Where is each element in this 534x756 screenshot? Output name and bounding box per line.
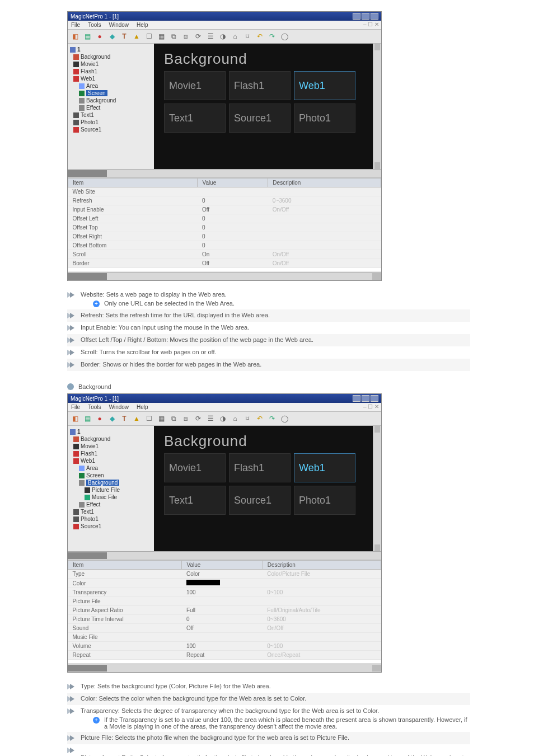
tool-icon[interactable]: ◧ — [70, 414, 80, 424]
maximize-icon[interactable] — [362, 13, 369, 20]
prop-value[interactable]: 0 — [198, 241, 268, 250]
prop-value[interactable]: On — [198, 250, 268, 259]
menu-help[interactable]: Help — [137, 404, 148, 410]
tree-item[interactable]: Screen — [69, 90, 153, 97]
table-row[interactable]: Volume1000~100 — [68, 642, 381, 651]
tool-icon[interactable]: ● — [95, 414, 105, 424]
scrollbar-vertical[interactable] — [373, 44, 381, 169]
tree-item[interactable]: Area — [69, 82, 153, 90]
tool-icon[interactable]: ◯ — [279, 31, 289, 41]
tool-icon[interactable]: ☰ — [205, 31, 216, 41]
prop-value[interactable]: 0 — [198, 232, 268, 241]
scrollbar-vertical[interactable] — [373, 426, 381, 551]
table-row[interactable]: BorderOffOn/Off — [68, 259, 381, 268]
table-row[interactable]: Input EnableOffOn/Off — [68, 205, 381, 214]
prop-value[interactable]: Color — [182, 570, 263, 579]
menu-window[interactable]: Window — [109, 22, 129, 28]
layout-cell[interactable]: Movie1 — [164, 453, 226, 482]
menu-tools[interactable]: Tools — [88, 404, 101, 410]
tree-item[interactable]: Photo1 — [69, 515, 153, 523]
tool-icon[interactable]: ▦ — [156, 31, 166, 41]
prop-value[interactable] — [198, 187, 268, 196]
layout-cell[interactable]: Photo1 — [294, 486, 355, 515]
tree-item[interactable]: Movie1 — [69, 443, 153, 450]
scrollbar-horizontal[interactable] — [68, 551, 381, 560]
tool-icon[interactable]: ⧉ — [168, 31, 179, 41]
tree-item[interactable]: Effect — [69, 104, 153, 111]
layout-cell[interactable]: Flash1 — [229, 453, 291, 482]
tree-item[interactable]: Text1 — [69, 111, 153, 119]
layout-cell[interactable]: Source1 — [229, 104, 291, 133]
tool-icon[interactable]: ▤ — [82, 414, 92, 424]
tree-item[interactable]: Background — [69, 479, 153, 486]
tree-item[interactable]: Music File — [69, 494, 153, 501]
maximize-icon[interactable] — [362, 395, 369, 402]
minimize-icon[interactable] — [353, 395, 360, 402]
prop-value[interactable] — [182, 579, 263, 588]
prop-value[interactable]: Off — [182, 624, 263, 633]
tool-icon[interactable]: ⌂ — [230, 31, 240, 41]
tool-icon[interactable]: ↶ — [255, 414, 265, 424]
table-row[interactable]: RepeatRepeatOnce/Repeat — [68, 651, 381, 660]
table-row[interactable]: Transparency1000~100 — [68, 588, 381, 597]
layout-cell[interactable]: Flash1 — [229, 71, 291, 100]
prop-value[interactable]: 0 — [198, 223, 268, 232]
tree-item[interactable]: Area — [69, 464, 153, 472]
prop-value[interactable] — [182, 597, 263, 606]
tool-icon[interactable]: ⌂ — [230, 414, 240, 424]
tool-icon[interactable]: ↶ — [255, 31, 265, 41]
tool-icon[interactable]: ◆ — [107, 31, 117, 41]
tool-icon[interactable]: ↷ — [267, 414, 277, 424]
tool-icon[interactable]: T — [119, 31, 129, 41]
tool-icon[interactable]: ▦ — [156, 414, 166, 424]
tree-item[interactable]: Source1 — [69, 126, 153, 133]
scrollbar-horizontal[interactable] — [68, 169, 381, 177]
tool-icon[interactable]: ⟳ — [193, 31, 203, 41]
tool-icon[interactable]: ⌑ — [242, 31, 252, 41]
tree-item[interactable]: Movie1 — [69, 60, 153, 68]
tree-item[interactable]: Background — [69, 53, 153, 60]
layout-cell[interactable]: Photo1 — [294, 104, 355, 133]
tree-item[interactable]: Background — [69, 97, 153, 104]
tool-icon[interactable]: ☐ — [144, 414, 154, 424]
tool-icon[interactable]: ◑ — [218, 414, 228, 424]
tree-item[interactable]: Web1 — [69, 75, 153, 82]
table-row[interactable]: Picture Aspect RatioFullFull/Original/Au… — [68, 606, 381, 615]
close-icon[interactable] — [371, 13, 378, 20]
tree-item[interactable]: Effect — [69, 501, 153, 508]
menu-file[interactable]: File — [71, 404, 80, 410]
tool-icon[interactable]: ▲ — [132, 414, 142, 424]
tool-icon[interactable]: ☰ — [205, 414, 216, 424]
layout-cell[interactable]: Text1 — [164, 104, 226, 133]
tool-icon[interactable]: ⧈ — [181, 414, 191, 424]
tree-item[interactable]: Picture File — [69, 486, 153, 494]
tree-item[interactable]: Background — [69, 435, 153, 443]
table-row[interactable]: Offset Bottom0 — [68, 241, 381, 250]
menu-file[interactable]: File — [71, 22, 80, 28]
table-row[interactable]: Picture Time Interval00~3600 — [68, 615, 381, 624]
tool-icon[interactable]: ↷ — [267, 31, 277, 41]
menu-help[interactable]: Help — [137, 22, 148, 28]
tool-icon[interactable]: ⟳ — [193, 414, 203, 424]
tool-icon[interactable]: ⌑ — [242, 414, 252, 424]
table-row[interactable]: Refresh00~3600 — [68, 196, 381, 205]
prop-value[interactable]: 0 — [198, 196, 268, 205]
tool-icon[interactable]: ● — [95, 31, 105, 41]
layout-cell[interactable]: Movie1 — [164, 71, 226, 100]
prop-value[interactable]: 0 — [198, 214, 268, 223]
tree-item[interactable]: Web1 — [69, 457, 153, 464]
prop-value[interactable] — [182, 633, 263, 642]
table-row[interactable]: Offset Left0 — [68, 214, 381, 223]
layout-cell[interactable]: Source1 — [229, 486, 291, 515]
menu-tools[interactable]: Tools — [88, 22, 101, 28]
layout-cell[interactable]: Text1 — [164, 486, 226, 515]
tree-item[interactable]: Text1 — [69, 508, 153, 515]
tool-icon[interactable]: T — [119, 414, 129, 424]
tool-icon[interactable]: ☐ — [144, 31, 154, 41]
tool-icon[interactable]: ◧ — [70, 31, 80, 41]
tree-item[interactable]: Flash1 — [69, 68, 153, 75]
prop-value[interactable]: 0 — [182, 615, 263, 624]
tool-icon[interactable]: ⧈ — [181, 31, 191, 41]
tool-icon[interactable]: ◆ — [107, 414, 117, 424]
menu-window[interactable]: Window — [109, 404, 129, 410]
